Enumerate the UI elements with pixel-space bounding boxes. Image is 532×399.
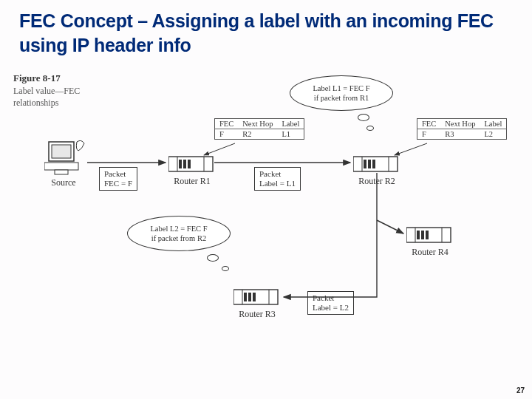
page-title: FEC Concept – Assigning a label with an … bbox=[0, 0, 532, 61]
svg-line-31 bbox=[377, 220, 403, 233]
page-number: 27 bbox=[516, 386, 525, 395]
arrow-layer bbox=[13, 72, 516, 353]
svg-line-32 bbox=[204, 143, 235, 155]
fec-diagram: Figure 8-17 Label value—FEC relationship… bbox=[13, 72, 516, 353]
svg-line-33 bbox=[395, 143, 427, 155]
